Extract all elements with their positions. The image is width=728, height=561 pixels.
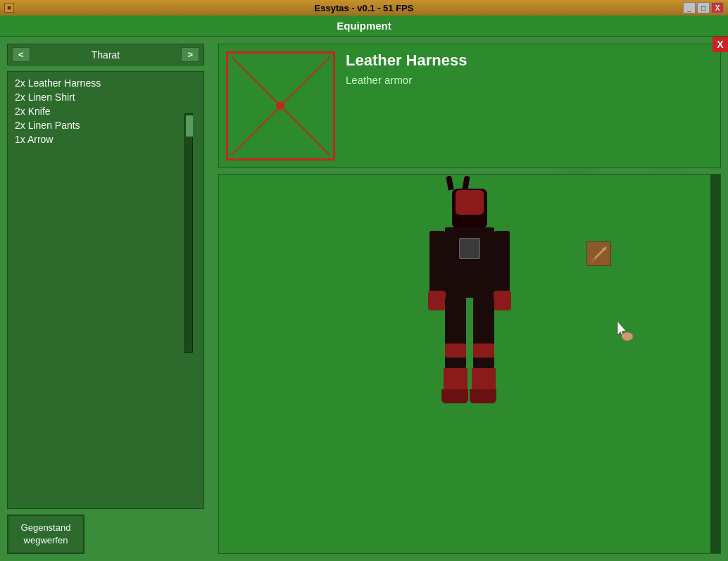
character-display — [218, 174, 721, 554]
maximize-button[interactable]: □ — [697, 2, 710, 13]
list-item[interactable]: 2x Linen Shirt — [12, 90, 199, 104]
hand-right — [494, 291, 511, 310]
scroll-thumb[interactable] — [186, 115, 193, 137]
list-item[interactable]: 2x Knife — [12, 104, 199, 118]
window-close-button[interactable]: X — [711, 2, 724, 13]
prev-character-button[interactable]: < — [12, 47, 30, 62]
item-image — [226, 51, 335, 160]
title-bar-left: ■ — [4, 3, 14, 13]
inventory-list: 2x Leather Harness 2x Linen Shirt 2x Kni… — [7, 71, 204, 509]
item-details: Leather Harness Leather armor — [346, 51, 713, 86]
inventory-scrollbar[interactable] — [184, 113, 193, 353]
drop-item-button[interactable]: Gegenstandwegwerfen — [7, 515, 84, 554]
item-preview-area: Leather Harness Leather armor — [218, 44, 721, 168]
drop-item-label: Gegenstandwegwerfen — [21, 522, 71, 546]
character-name: Tharat — [33, 49, 179, 61]
list-item[interactable]: 2x Linen Pants — [12, 118, 199, 132]
item-description: Leather armor — [346, 74, 713, 86]
left-panel: < Tharat > 2x Leather Harness 2x Linen S… — [0, 37, 211, 561]
item-x-icon — [228, 53, 333, 158]
arrow-item-slot[interactable] — [586, 241, 611, 266]
close-x-button[interactable]: X — [713, 37, 728, 52]
leg-right — [473, 298, 494, 368]
knee-armor-right — [473, 343, 494, 358]
minimize-button[interactable]: _ — [683, 2, 696, 13]
chest-equipment-slot[interactable] — [459, 238, 480, 259]
character-selector: < Tharat > — [7, 44, 204, 65]
leg-left — [445, 298, 466, 368]
arrow-icon — [589, 244, 609, 264]
main-content: X < Tharat > 2x Leather Harness 2x Linen… — [0, 37, 728, 561]
title-bar: ■ Essytas - v0.1 - 51 FPS _ □ X — [0, 0, 728, 15]
arm-right — [494, 231, 510, 294]
list-item[interactable]: 2x Leather Harness — [12, 76, 199, 90]
foot-left — [441, 389, 468, 403]
window-icon-btn[interactable]: ■ — [4, 3, 14, 13]
window-controls: _ □ X — [683, 2, 724, 13]
knee-armor-left — [445, 343, 466, 358]
arm-left — [429, 231, 445, 294]
hand-left — [428, 291, 446, 310]
held-item — [608, 315, 636, 343]
svg-point-2 — [276, 101, 284, 110]
next-character-button[interactable]: > — [181, 47, 199, 62]
foot-right — [470, 389, 496, 403]
equipment-header: Equipment — [0, 15, 728, 37]
app-title: Essytas - v0.1 - 51 FPS — [315, 3, 414, 13]
equipment-title: Equipment — [337, 20, 391, 32]
list-item[interactable]: 1x Arrow — [12, 132, 199, 146]
horn-left — [446, 175, 453, 190]
item-name: Leather Harness — [346, 51, 713, 70]
face-mask — [456, 190, 484, 215]
right-panel: Leather Harness Leather armor — [211, 37, 728, 561]
character-display-scrollbar[interactable] — [710, 175, 720, 553]
held-item-icon — [608, 315, 636, 343]
svg-point-8 — [622, 332, 633, 341]
character-figure — [424, 189, 515, 470]
